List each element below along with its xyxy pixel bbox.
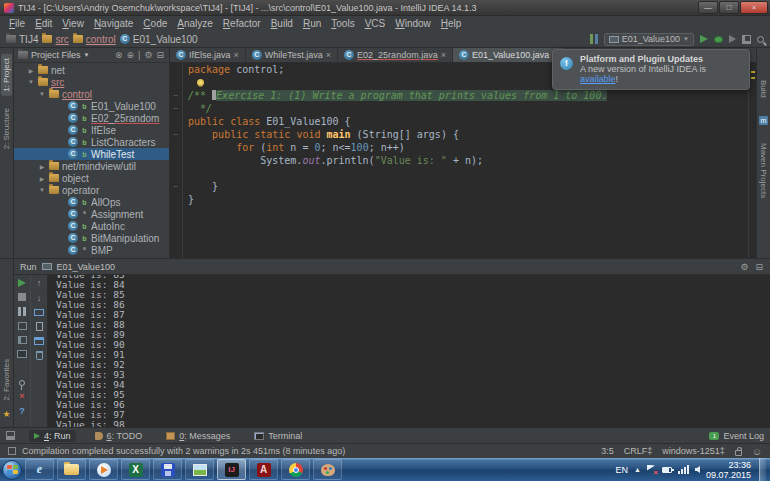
close-button[interactable]: × bbox=[740, 1, 768, 14]
taskbar-button-windows-explorer[interactable] bbox=[57, 459, 86, 480]
editor-gutter[interactable]: −−−− bbox=[170, 63, 183, 258]
taskbar-clock[interactable]: 23:36 09.07.2015 bbox=[706, 460, 751, 480]
pause-icon[interactable] bbox=[18, 307, 26, 316]
breadcrumb-e01_value100[interactable]: CE01_Value100 bbox=[120, 34, 198, 45]
tree-item-whiletest[interactable]: CbWhileTest bbox=[14, 148, 169, 160]
network-signal-icon[interactable] bbox=[678, 465, 689, 474]
expand-arrow-icon[interactable]: ▼ bbox=[38, 91, 46, 97]
tree-item-src[interactable]: ▼src bbox=[14, 76, 169, 88]
locate-icon[interactable]: ⊕ bbox=[125, 50, 135, 60]
line-ending-selector[interactable]: CRLF‡ bbox=[624, 446, 653, 456]
screenshot-icon[interactable] bbox=[18, 322, 27, 330]
project-view-selector[interactable]: Project Files ▼ bbox=[18, 50, 112, 60]
menu-window[interactable]: Window bbox=[390, 18, 436, 29]
taskbar-button-adobe-reader[interactable]: A bbox=[249, 459, 278, 480]
gear-icon[interactable]: ⚙ bbox=[739, 262, 749, 272]
menu-build[interactable]: Build bbox=[266, 18, 298, 29]
expand-arrow-icon[interactable]: ▶ bbox=[38, 175, 46, 182]
menu-code[interactable]: Code bbox=[138, 18, 172, 29]
close-tab-icon[interactable]: × bbox=[234, 50, 239, 60]
tree-item-e02_25random[interactable]: CbE02_25random bbox=[14, 112, 169, 124]
tool-window-tab-terminal[interactable]: Terminal bbox=[249, 430, 307, 442]
coverage-icon[interactable] bbox=[729, 35, 736, 43]
battery-icon[interactable] bbox=[662, 467, 672, 473]
language-indicator[interactable]: EN bbox=[616, 465, 629, 475]
tree-item-ifelse[interactable]: CbIfElse bbox=[14, 124, 169, 136]
monitor-icon[interactable] bbox=[34, 309, 44, 316]
tree-item-bitmanipulation[interactable]: CbBitManipulation bbox=[14, 232, 169, 244]
editor-tab-e01_value100-java[interactable]: CE01_Value100.java× bbox=[453, 48, 565, 62]
clear-all-icon[interactable] bbox=[36, 351, 43, 360]
expand-arrow-icon[interactable]: ▶ bbox=[27, 67, 35, 74]
expand-arrow-icon[interactable]: ▶ bbox=[38, 163, 46, 170]
lock-icon[interactable] bbox=[735, 450, 742, 456]
hector-icon[interactable]: ☺ bbox=[752, 446, 762, 457]
menu-vcs[interactable]: VCS bbox=[360, 18, 391, 29]
help-icon[interactable]: ? bbox=[19, 407, 25, 416]
minimize-button[interactable]: — bbox=[698, 1, 718, 14]
speaker-icon[interactable] bbox=[695, 466, 700, 473]
action-center-flag-icon[interactable] bbox=[647, 465, 656, 475]
taskbar-button-intellij-idea[interactable]: IJ bbox=[217, 459, 246, 480]
expand-arrow-icon[interactable]: ▼ bbox=[38, 187, 46, 193]
tree-item-autoinc[interactable]: CbAutoInc bbox=[14, 220, 169, 232]
tree-item-listcharacters[interactable]: CbListCharacters bbox=[14, 136, 169, 148]
encoding-selector[interactable]: windows-1251‡ bbox=[662, 446, 725, 456]
tool-window-tab-4-run[interactable]: 4: Run bbox=[29, 430, 76, 442]
editor-tab-e02_25random-java[interactable]: CE02_25random.java× bbox=[338, 48, 453, 62]
close-tab-icon[interactable]: × bbox=[326, 50, 331, 60]
menu-help[interactable]: Help bbox=[436, 18, 467, 29]
close-tab-icon[interactable]: × bbox=[441, 50, 446, 60]
code-editor[interactable]: package control;/** Exercise 1: (1) Writ… bbox=[183, 63, 748, 258]
tool-strip-2-structure[interactable]: 2: Structure bbox=[1, 104, 12, 153]
clipboard-icon[interactable] bbox=[36, 322, 43, 331]
run-config-selector[interactable]: E01_Value100 ▼ bbox=[604, 33, 694, 46]
intention-bulb-icon[interactable] bbox=[197, 79, 204, 86]
tree-item-allops[interactable]: CbAllOps bbox=[14, 196, 169, 208]
status-icon[interactable] bbox=[8, 447, 16, 455]
editor-tab-whiletest-java[interactable]: CWhileTest.java× bbox=[246, 48, 338, 62]
tool-strip-1-project[interactable]: 1: Project bbox=[1, 54, 12, 96]
layout-icon[interactable] bbox=[742, 35, 751, 44]
breadcrumb-control[interactable]: control bbox=[73, 34, 116, 45]
breadcrumb-tij4[interactable]: TIJ4 bbox=[6, 34, 38, 45]
tree-item-operator[interactable]: ▼operator bbox=[14, 184, 169, 196]
collapse-icon[interactable]: ⊟ bbox=[155, 50, 165, 60]
taskbar-button-paint[interactable] bbox=[313, 459, 342, 480]
tool-window-tab-6-todo[interactable]: 6: TODO bbox=[90, 430, 148, 442]
maximize-button[interactable]: □ bbox=[719, 1, 739, 14]
menu-edit[interactable]: Edit bbox=[30, 18, 57, 29]
tool-strip-maven-projects[interactable]: Maven Projects bbox=[758, 139, 769, 202]
search-icon[interactable] bbox=[757, 36, 764, 43]
up-arrow-icon[interactable]: ↑ bbox=[37, 279, 42, 288]
tree-item-assignment[interactable]: C°Assignment bbox=[14, 208, 169, 220]
run-console[interactable]: Value is: 83Value is: 84Value is: 85Valu… bbox=[48, 275, 770, 427]
start-button[interactable] bbox=[2, 460, 22, 480]
taskbar-button-excel[interactable]: X bbox=[121, 459, 150, 480]
down-arrow-icon[interactable]: ↓ bbox=[37, 294, 42, 303]
taskbar-button-chrome[interactable] bbox=[281, 459, 310, 480]
menu-file[interactable]: File bbox=[4, 18, 30, 29]
stop-icon[interactable] bbox=[18, 293, 26, 301]
close-circle-icon[interactable]: ⊗ bbox=[114, 50, 124, 60]
menu-tools[interactable]: Tools bbox=[326, 18, 359, 29]
taskbar-button-media-player[interactable] bbox=[89, 459, 118, 480]
menu-navigate[interactable]: Navigate bbox=[89, 18, 138, 29]
pin-icon[interactable] bbox=[19, 380, 25, 386]
close-icon[interactable]: × bbox=[19, 392, 24, 401]
menu-run[interactable]: Run bbox=[298, 18, 326, 29]
exit-icon[interactable] bbox=[18, 336, 27, 344]
expand-arrow-icon[interactable]: ▼ bbox=[27, 79, 35, 85]
caret-position[interactable]: 3:5 bbox=[601, 446, 614, 456]
tree-item-net[interactable]: ▶net bbox=[14, 64, 169, 76]
menu-refactor[interactable]: Refactor bbox=[218, 18, 266, 29]
taskbar-button-floppy-app[interactable] bbox=[153, 459, 182, 480]
console-icon[interactable] bbox=[17, 350, 27, 358]
breadcrumb-src[interactable]: src bbox=[42, 34, 68, 45]
available-link[interactable]: available bbox=[580, 74, 616, 84]
taskbar-button-internet-explorer[interactable]: e bbox=[25, 459, 54, 480]
tray-expand-icon[interactable]: ▲ bbox=[634, 466, 641, 473]
tree-item-bmp[interactable]: C°BMP bbox=[14, 244, 169, 256]
taskbar-button-photo-viewer[interactable] bbox=[185, 459, 214, 480]
menu-analyze[interactable]: Analyze bbox=[172, 18, 218, 29]
